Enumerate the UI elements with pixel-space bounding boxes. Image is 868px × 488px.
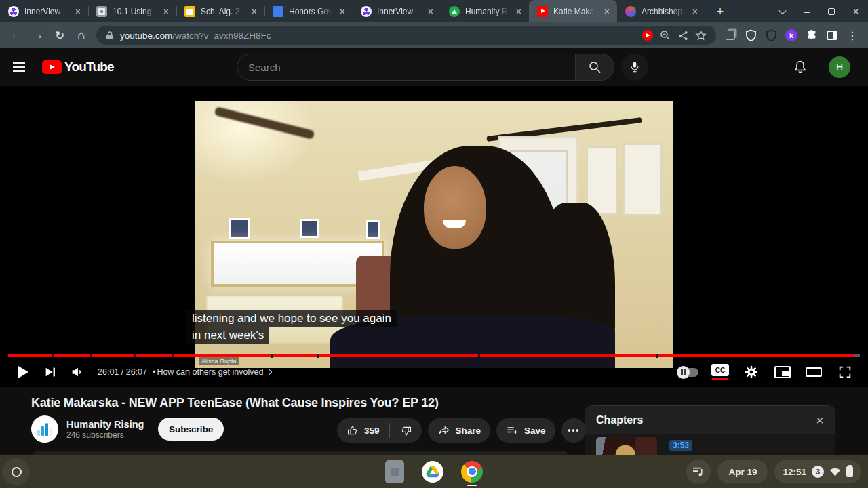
channel-name[interactable]: Humanity Rising bbox=[66, 418, 144, 430]
back-icon[interactable]: ← bbox=[5, 24, 27, 46]
media-controls-button[interactable] bbox=[686, 460, 711, 484]
wifi-icon bbox=[829, 467, 841, 476]
chapter-list-item[interactable]: 3:53 bbox=[585, 434, 835, 455]
reload-icon[interactable]: ↻ bbox=[49, 24, 71, 46]
chrome-icon[interactable] bbox=[461, 461, 483, 483]
caption-line: listening and we hope to see you again bbox=[186, 310, 397, 327]
home-icon[interactable]: ⌂ bbox=[71, 24, 92, 46]
tab-humanity-rising[interactable]: Humanity R × bbox=[441, 0, 529, 22]
share-icon bbox=[437, 424, 451, 437]
like-dislike-pill: 359 bbox=[337, 418, 422, 443]
launcher-circle-icon bbox=[12, 467, 22, 477]
browser-tab-strip: InnerView × 10.1 Using × Sch. Alg. 2 × H… bbox=[0, 0, 868, 22]
share-button[interactable]: Share bbox=[428, 418, 491, 443]
captions-overlay[interactable]: listening and we hope to see you again i… bbox=[186, 310, 397, 344]
bookmark-star-icon[interactable] bbox=[692, 26, 709, 44]
scene-framed-photo bbox=[300, 219, 319, 238]
chapter-button[interactable]: How can others get involved bbox=[157, 367, 271, 377]
scene-framed-photo bbox=[229, 218, 250, 239]
search-icon bbox=[588, 60, 601, 74]
watch-page-content: Katie Makarska - NEW APP TeenEase (What … bbox=[0, 387, 868, 455]
tab-sch-alg[interactable]: Sch. Alg. 2 × bbox=[176, 0, 264, 22]
tab-archbishop[interactable]: Archbishop × bbox=[617, 0, 705, 22]
tab-title: 10.1 Using bbox=[113, 7, 156, 16]
tab-title: InnerView bbox=[377, 7, 420, 16]
clock-label: 12:51 bbox=[783, 467, 806, 477]
kami-extension-icon[interactable]: k bbox=[781, 25, 802, 45]
autoplay-toggle[interactable] bbox=[678, 368, 698, 377]
forward-icon[interactable]: → bbox=[27, 24, 49, 46]
tab-katie-makarska-active[interactable]: Katie Maka × bbox=[529, 0, 617, 22]
tab-close-icon[interactable]: × bbox=[161, 6, 171, 17]
video-player[interactable]: Alisha Gupta listening and we hope to se… bbox=[0, 86, 868, 387]
chevron-right-icon bbox=[267, 369, 272, 375]
mic-icon bbox=[629, 60, 641, 74]
volume-icon[interactable] bbox=[64, 359, 91, 386]
voice-search-button[interactable] bbox=[621, 54, 648, 81]
subscribe-button[interactable]: Subscribe bbox=[158, 418, 224, 441]
search-input[interactable] bbox=[248, 62, 564, 73]
tab-close-icon[interactable]: × bbox=[73, 6, 83, 17]
tab-close-icon[interactable]: × bbox=[426, 6, 435, 17]
tab-innerview-1[interactable]: InnerView × bbox=[0, 0, 88, 22]
youtube-logo[interactable]: YouTube bbox=[42, 60, 114, 75]
close-window-button[interactable]: × bbox=[844, 0, 868, 22]
tab-close-icon[interactable]: × bbox=[338, 6, 347, 17]
theater-mode-icon[interactable] bbox=[800, 359, 827, 386]
notifications-bell-icon[interactable] bbox=[792, 59, 808, 78]
archbishop-favicon bbox=[625, 6, 636, 17]
tab-close-icon[interactable]: × bbox=[514, 6, 524, 17]
youtube-site-icon[interactable] bbox=[639, 26, 656, 44]
side-panel-icon[interactable] bbox=[822, 25, 842, 45]
zoom-out-icon[interactable] bbox=[656, 26, 674, 44]
chapter-thumbnail[interactable] bbox=[596, 437, 657, 455]
next-button[interactable] bbox=[37, 359, 64, 386]
more-actions-button[interactable] bbox=[561, 418, 586, 443]
tab-close-icon[interactable]: × bbox=[602, 6, 612, 17]
chapters-panel: Chapters × 3:53 bbox=[585, 405, 835, 455]
captions-toggle-button[interactable]: CC bbox=[707, 359, 734, 386]
tab-close-icon[interactable]: × bbox=[250, 6, 259, 17]
save-button[interactable]: Save bbox=[496, 418, 555, 443]
fullscreen-icon[interactable] bbox=[831, 359, 859, 386]
shield-light-extension-icon[interactable] bbox=[741, 25, 761, 45]
copy-extension-icon[interactable] bbox=[720, 25, 741, 45]
tab-search-chevron-icon[interactable] bbox=[770, 0, 795, 22]
new-tab-button[interactable]: + bbox=[711, 2, 730, 21]
dislike-button[interactable] bbox=[390, 424, 422, 437]
browser-menu-icon[interactable]: ⋮ bbox=[842, 25, 863, 45]
chapter-timestamp[interactable]: 3:53 bbox=[669, 440, 692, 451]
address-bar[interactable]: youtube.com/watch?v=avxh98ZH8Fc bbox=[96, 26, 716, 45]
status-tray[interactable]: 12:51 3 bbox=[774, 460, 861, 483]
tab-10-1-using[interactable]: 10.1 Using × bbox=[88, 0, 176, 22]
app-icon-generic[interactable] bbox=[385, 460, 404, 483]
share-label: Share bbox=[456, 426, 481, 436]
caption-line: in next week's bbox=[186, 327, 269, 344]
search-input-wrap bbox=[237, 54, 576, 81]
launcher-button[interactable] bbox=[3, 458, 30, 485]
description-box-edge[interactable] bbox=[31, 451, 570, 455]
scene-ceiling-light bbox=[195, 101, 317, 182]
menu-hamburger-icon[interactable] bbox=[5, 54, 33, 81]
share-page-icon[interactable] bbox=[674, 26, 692, 44]
play-button[interactable] bbox=[9, 359, 37, 386]
account-avatar[interactable]: H bbox=[829, 56, 850, 78]
tab-innerview-2[interactable]: InnerView × bbox=[353, 0, 441, 22]
tab-honors-gov[interactable]: Honors Gov × bbox=[264, 0, 353, 22]
scene-framed-photo bbox=[366, 220, 380, 239]
google-drive-icon[interactable] bbox=[422, 461, 443, 483]
tab-close-icon[interactable]: × bbox=[690, 6, 700, 17]
like-button[interactable]: 359 bbox=[337, 424, 389, 437]
settings-gear-icon[interactable] bbox=[738, 359, 765, 386]
close-chapters-icon[interactable]: × bbox=[816, 413, 824, 428]
extensions-puzzle-icon[interactable] bbox=[802, 25, 822, 45]
channel-avatar[interactable] bbox=[31, 415, 58, 443]
cc-icon: CC bbox=[711, 364, 729, 376]
date-pill[interactable]: Apr 19 bbox=[717, 460, 768, 483]
restore-button[interactable] bbox=[819, 0, 844, 22]
tab-title: InnerView bbox=[24, 7, 68, 16]
shield-dark-extension-icon[interactable] bbox=[761, 25, 781, 45]
search-button[interactable] bbox=[576, 54, 614, 81]
minimize-button[interactable]: – bbox=[795, 0, 819, 22]
miniplayer-icon[interactable] bbox=[769, 359, 796, 386]
